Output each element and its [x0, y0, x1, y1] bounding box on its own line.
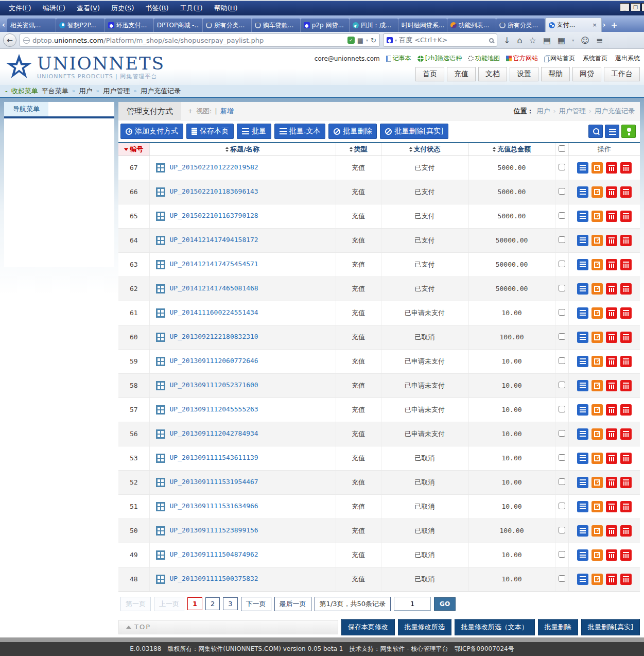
- delete-icon[interactable]: [606, 307, 617, 319]
- delete-icon[interactable]: [606, 235, 617, 246]
- toolbar-button[interactable]: 保存本页: [186, 124, 234, 139]
- tab-scroll-left-icon[interactable]: ‹: [1, 21, 7, 32]
- delete-icon[interactable]: [606, 332, 617, 343]
- page-button[interactable]: 2: [205, 597, 220, 610]
- nav-button[interactable]: 网贷: [572, 67, 601, 81]
- row-checkbox[interactable]: [559, 478, 565, 485]
- detail-icon[interactable]: [577, 380, 588, 391]
- delete-icon[interactable]: [606, 549, 617, 561]
- bookmark-star-icon[interactable]: ☆: [529, 36, 536, 45]
- row-checkbox[interactable]: [559, 575, 565, 582]
- browser-tab[interactable]: 智想P2P...: [56, 19, 105, 32]
- back-button[interactable]: ←: [3, 33, 16, 47]
- record-link[interactable]: UP_2013091112052371600: [170, 381, 258, 389]
- browser-tab[interactable]: 购车贷款...: [252, 19, 301, 32]
- detail-icon[interactable]: [577, 162, 588, 174]
- collapse-menu-link[interactable]: 收起菜单: [11, 87, 38, 96]
- record-link[interactable]: UP_2015022101163790128: [170, 212, 258, 219]
- delete-real-icon[interactable]: [620, 525, 632, 537]
- plugin-icon[interactable]: ▦: [558, 36, 565, 45]
- browser-tab[interactable]: 所有分类...: [203, 19, 252, 32]
- record-link[interactable]: UP_2015022101183696143: [170, 187, 258, 195]
- address-input[interactable]: dptop.unionnets.com/Platform/m_shop/sale…: [20, 33, 380, 47]
- delete-real-icon[interactable]: [620, 404, 632, 416]
- row-checkbox[interactable]: [559, 212, 565, 219]
- delete-real-icon[interactable]: [620, 380, 632, 391]
- search-engine-icon[interactable]: [387, 37, 393, 43]
- browser-tab[interactable]: 所有分类...: [496, 19, 545, 32]
- detail-icon[interactable]: [577, 574, 588, 585]
- breadcrumb-root[interactable]: 平台菜单: [42, 87, 68, 96]
- row-checkbox[interactable]: [559, 430, 565, 437]
- location-item[interactable]: ›用户: [537, 107, 550, 116]
- delete-icon[interactable]: [606, 477, 617, 488]
- bottom-button[interactable]: 批量修改所选: [398, 619, 451, 635]
- edit-check-icon[interactable]: [591, 404, 603, 416]
- delete-real-icon[interactable]: [620, 162, 632, 174]
- delete-icon[interactable]: [606, 501, 617, 512]
- toolbar-button[interactable]: 添加支付方式: [120, 124, 183, 139]
- header-link[interactable]: 退出系统: [614, 54, 640, 63]
- goto-page-input[interactable]: [394, 597, 431, 611]
- view-new-link[interactable]: 新增: [220, 107, 234, 116]
- row-checkbox[interactable]: [559, 382, 565, 388]
- edit-check-icon[interactable]: [591, 428, 603, 440]
- delete-real-icon[interactable]: [620, 453, 632, 464]
- reload-icon[interactable]: ↻: [371, 37, 376, 44]
- back-to-top-link[interactable]: TOP: [118, 620, 338, 634]
- record-link[interactable]: UP_2013091111531954467: [170, 478, 258, 486]
- delete-real-icon[interactable]: [620, 259, 632, 270]
- search-engine-caret-icon[interactable]: ▾: [395, 38, 397, 43]
- delete-icon[interactable]: [606, 162, 617, 174]
- dropdown-caret-icon[interactable]: ▾: [366, 38, 368, 43]
- delete-icon[interactable]: [606, 211, 617, 222]
- nav-button[interactable]: 帮助: [541, 67, 570, 81]
- nav-button[interactable]: 设置: [510, 67, 538, 81]
- search-icon[interactable]: [489, 38, 494, 43]
- record-link[interactable]: UP_2013091111523899156: [170, 526, 258, 534]
- row-checkbox[interactable]: [559, 406, 565, 412]
- edit-check-icon[interactable]: [591, 574, 603, 585]
- row-checkbox[interactable]: [559, 551, 565, 558]
- edit-check-icon[interactable]: [591, 477, 603, 488]
- toolbar-button[interactable]: 批量.文本: [274, 124, 325, 139]
- edit-check-icon[interactable]: [591, 380, 603, 391]
- bottom-button[interactable]: 批量删除: [538, 619, 578, 635]
- browser-tab[interactable]: 环迅支付...: [105, 19, 154, 32]
- bottom-button[interactable]: 批量修改所选（文本）: [455, 619, 535, 635]
- page-button[interactable]: 3: [223, 597, 237, 610]
- delete-icon[interactable]: [606, 283, 617, 295]
- minimize-button[interactable]: _: [620, 3, 630, 11]
- row-checkbox[interactable]: [559, 503, 565, 509]
- record-link[interactable]: UP_2014121417494158172: [170, 236, 258, 244]
- record-link[interactable]: UP_2014121417465081468: [170, 284, 258, 292]
- header-link[interactable]: [zh]筛选语种: [417, 54, 462, 63]
- delete-real-icon[interactable]: [620, 211, 632, 222]
- detail-icon[interactable]: [577, 307, 588, 319]
- edit-check-icon[interactable]: [591, 453, 603, 464]
- header-link[interactable]: 官方网站: [506, 54, 538, 63]
- browser-tab[interactable]: 四川：成...: [350, 19, 398, 32]
- row-checkbox[interactable]: [559, 261, 565, 267]
- record-link[interactable]: UP_2013091112042784934: [170, 429, 258, 437]
- delete-icon[interactable]: [606, 525, 617, 537]
- delete-icon[interactable]: [606, 380, 617, 391]
- delete-real-icon[interactable]: [620, 501, 632, 512]
- row-checkbox[interactable]: [559, 333, 565, 340]
- toolbar-button[interactable]: 批量: [237, 124, 271, 139]
- tab-scroll-right-icon[interactable]: ›: [602, 21, 608, 32]
- browser-tab[interactable]: 时时融网贷系...: [398, 19, 447, 32]
- record-link[interactable]: UP_2015022101222019582: [170, 163, 258, 171]
- delete-real-icon[interactable]: [620, 283, 632, 295]
- nav-button[interactable]: 充值: [447, 67, 476, 81]
- menu-item[interactable]: 文件(F): [3, 4, 37, 13]
- browser-tab[interactable]: p2p 网贷...: [301, 19, 350, 32]
- detail-icon[interactable]: [577, 332, 588, 343]
- panel-tab-manage-payment[interactable]: 管理支付方式: [118, 102, 181, 120]
- tab-close-icon[interactable]: ×: [591, 22, 598, 28]
- feedback-smiley-icon[interactable]: ☺: [581, 36, 589, 45]
- delete-real-icon[interactable]: [620, 307, 632, 319]
- edit-check-icon[interactable]: [591, 501, 603, 512]
- bookmarks-panel-icon[interactable]: ▤: [543, 36, 551, 45]
- record-link[interactable]: UP_2013091111504874962: [170, 550, 258, 558]
